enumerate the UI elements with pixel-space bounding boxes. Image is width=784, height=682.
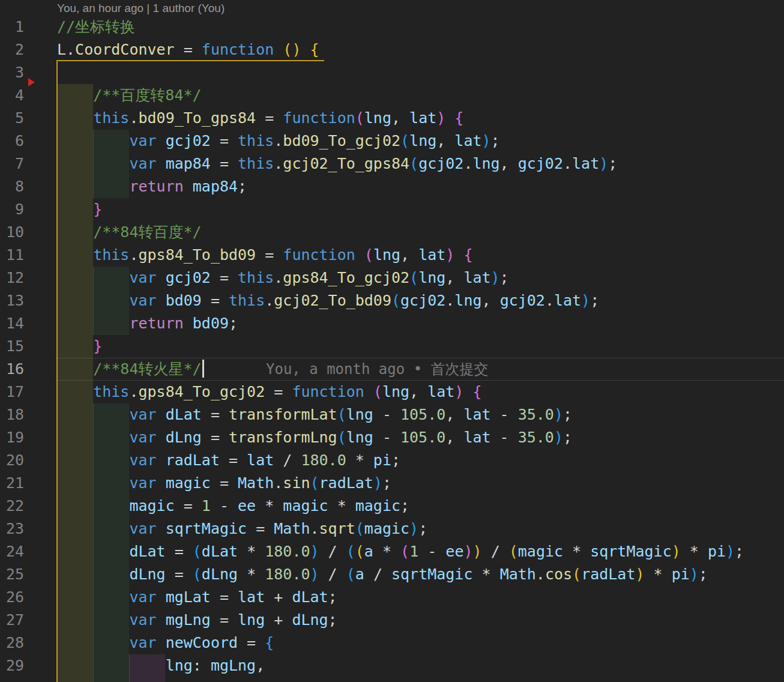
code-text[interactable]: var bd09 = this.gcj02_To_bd09(gcj02.lng,…	[57, 289, 599, 312]
code-text[interactable]: var gcj02 = this.gps84_To_gcj02(lng, lat…	[57, 267, 509, 289]
code-text[interactable]: }	[57, 198, 102, 221]
code-line[interactable]: 9 }	[0, 198, 784, 221]
line-number[interactable]: 15	[0, 335, 24, 358]
code-editor[interactable]: 1//坐标转换2L.CoordConver = function () {34 …	[0, 0, 784, 682]
code-text[interactable]: var mgLat = lat + dLat;	[57, 586, 337, 609]
line-number[interactable]: 20	[0, 449, 24, 472]
code-text[interactable]: //坐标转换	[57, 16, 135, 38]
line-number[interactable]: 22	[0, 495, 24, 518]
code-line[interactable]: 10 /**84转百度*/	[0, 221, 784, 244]
code-token: 105.0	[400, 406, 445, 423]
code-text[interactable]: var newCoord = {	[57, 632, 274, 654]
code-text[interactable]: this.gps84_To_bd09 = function (lng, lat)…	[57, 244, 472, 267]
line-number[interactable]: 12	[0, 267, 24, 289]
code-text[interactable]: return bd09;	[57, 312, 238, 335]
code-line[interactable]: 25 dLng = (dLng * 180.0) / (a / sqrtMagi…	[0, 563, 784, 586]
line-number[interactable]: 26	[0, 586, 24, 609]
code-text[interactable]: var gcj02 = this.bd09_To_gcj02(lng, lat)…	[57, 130, 500, 152]
line-number[interactable]: 9	[0, 198, 24, 221]
code-text[interactable]: this.bd09_To_gps84 = function(lng, lat) …	[57, 107, 463, 130]
code-text[interactable]: magic = 1 - ee * magic * magic;	[57, 495, 409, 518]
code-line[interactable]: 1//坐标转换	[0, 16, 784, 38]
code-line[interactable]: 22 magic = 1 - ee * magic * magic;	[0, 495, 784, 518]
code-line[interactable]: 27 var mgLng = lng + dLng;	[0, 609, 784, 632]
code-line[interactable]: 14 return bd09;	[0, 312, 784, 335]
line-number[interactable]: 7	[0, 152, 24, 175]
line-number[interactable]: 30	[0, 677, 24, 682]
code-text[interactable]: dLng = (dLng * 180.0) / (a / sqrtMagic *…	[57, 563, 708, 586]
line-number[interactable]: 14	[0, 312, 24, 335]
line-number[interactable]: 5	[0, 107, 24, 130]
code-text[interactable]: var radLat = lat / 180.0 * pi;	[57, 449, 400, 472]
line-number[interactable]: 28	[0, 632, 24, 654]
code-line[interactable]: 26 var mgLat = lat + dLat;	[0, 586, 784, 609]
line-number[interactable]: 10	[0, 221, 24, 244]
code-text[interactable]: lng: mgLng,	[57, 654, 265, 677]
line-number[interactable]: 25	[0, 563, 24, 586]
code-line[interactable]: 7 var map84 = this.gcj02_To_gps84(gcj02.…	[0, 152, 784, 175]
gitlens-authors-codelens[interactable]: You, an hour ago | 1 author (You)	[57, 1, 225, 16]
code-line[interactable]: 15 }	[0, 335, 784, 358]
code-line[interactable]: 8 return map84;	[0, 175, 784, 198]
code-text[interactable]: /**84转火星*/	[57, 358, 204, 381]
code-line[interactable]: 29 lng: mgLng,	[0, 654, 784, 677]
code-token: gcj02	[166, 269, 211, 286]
code-line[interactable]: 6 var gcj02 = this.bd09_To_gcj02(lng, la…	[0, 130, 784, 152]
code-token: this	[93, 383, 129, 400]
line-number[interactable]: 2	[0, 38, 24, 61]
code-token: map84	[193, 178, 238, 195]
code-text[interactable]: var dLng = transformLng(lng - 105.0, lat…	[57, 426, 572, 449]
code-line[interactable]: 28 var newCoord = {	[0, 632, 784, 654]
code-token: Math	[500, 566, 536, 583]
line-number[interactable]: 18	[0, 403, 24, 426]
line-number[interactable]: 23	[0, 518, 24, 540]
code-text[interactable]: }	[57, 335, 102, 358]
code-text[interactable]: var dLat = transformLat(lng - 105.0, lat…	[57, 403, 572, 426]
code-line[interactable]: 13 var bd09 = this.gcj02_To_bd09(gcj02.l…	[0, 289, 784, 312]
code-line[interactable]: 19 var dLng = transformLng(lng - 105.0, …	[0, 426, 784, 449]
line-number[interactable]: 19	[0, 426, 24, 449]
code-line[interactable]: 17 this.gps84_To_gcj02 = function (lng, …	[0, 381, 784, 403]
line-number[interactable]: 8	[0, 175, 24, 198]
code-text[interactable]: var map84 = this.gcj02_To_gps84(gcj02.ln…	[57, 152, 617, 175]
code-text[interactable]: lat: mgLat,	[57, 677, 265, 682]
line-number[interactable]: 4	[0, 84, 24, 107]
line-number[interactable]: 6	[0, 130, 24, 152]
code-line[interactable]: 11 this.gps84_To_bd09 = function (lng, l…	[0, 244, 784, 267]
line-number[interactable]: 27	[0, 609, 24, 632]
line-number[interactable]: 1	[0, 16, 24, 38]
code-text[interactable]: return map84;	[57, 175, 247, 198]
code-text[interactable]: dLat = (dLat * 180.0) / ((a * (1 - ee)) …	[57, 540, 744, 563]
code-line[interactable]: 24 dLat = (dLat * 180.0) / ((a * (1 - ee…	[0, 540, 784, 563]
code-text[interactable]: /**百度转84*/	[57, 84, 202, 107]
code-token: (	[355, 543, 364, 560]
code-token: lat	[454, 132, 481, 149]
line-number[interactable]: 16	[0, 358, 24, 381]
code-line[interactable]: 23 var sqrtMagic = Math.sqrt(magic);	[0, 518, 784, 540]
code-line[interactable]: 5 this.bd09_To_gps84 = function(lng, lat…	[0, 107, 784, 130]
code-line[interactable]: 20 var radLat = lat / 180.0 * pi;	[0, 449, 784, 472]
line-number[interactable]: 17	[0, 381, 24, 403]
code-text[interactable]: var sqrtMagic = Math.sqrt(magic);	[57, 518, 427, 540]
line-number[interactable]: 21	[0, 472, 24, 495]
code-line[interactable]: 3	[0, 61, 784, 84]
line-number[interactable]: 11	[0, 244, 24, 267]
line-number[interactable]: 3	[0, 61, 24, 84]
line-number[interactable]: 29	[0, 654, 24, 677]
code-line[interactable]: 4 /**百度转84*/	[0, 84, 784, 107]
code-text[interactable]: this.gps84_To_gcj02 = function (lng, lat…	[57, 381, 482, 403]
line-number[interactable]: 13	[0, 289, 24, 312]
code-line[interactable]: 2L.CoordConver = function () {	[0, 38, 784, 61]
code-line[interactable]: 30 lat: mgLat,	[0, 677, 784, 682]
code-line[interactable]: 12 var gcj02 = this.gps84_To_gcj02(lng, …	[0, 267, 784, 289]
line-number[interactable]: 24	[0, 540, 24, 563]
code-line[interactable]: 21 var magic = Math.sin(radLat);	[0, 472, 784, 495]
code-line[interactable]: 18 var dLat = transformLat(lng - 105.0, …	[0, 403, 784, 426]
code-line[interactable]: 16 /**84转火星*/You, a month ago • 首次提交	[0, 358, 784, 381]
code-text[interactable]: /**84转百度*/	[57, 221, 202, 244]
code-text[interactable]: var mgLng = lng + dLng;	[57, 609, 337, 632]
code-token: mgLat	[166, 588, 211, 606]
code-text[interactable]: L.CoordConver = function () {	[57, 38, 319, 61]
code-token: dLng	[129, 566, 165, 583]
code-text[interactable]: var magic = Math.sin(radLat);	[57, 472, 391, 495]
